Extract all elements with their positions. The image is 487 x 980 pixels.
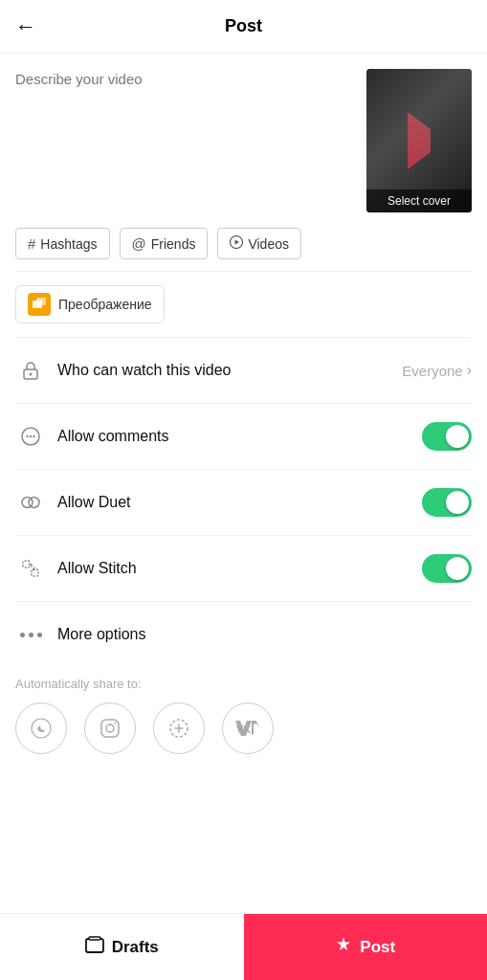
lock-icon: [15, 355, 46, 386]
whatsapp-share-button[interactable]: [15, 702, 67, 754]
allow-duet-toggle[interactable]: [422, 488, 472, 517]
svg-point-8: [30, 435, 32, 437]
header: ← Post: [0, 0, 487, 54]
drafts-button[interactable]: Drafts: [0, 914, 244, 980]
hashtag-icon: #: [28, 235, 35, 252]
toggle-knob-duet: [446, 491, 469, 514]
friends-button[interactable]: @ Friends: [120, 228, 209, 259]
post-button[interactable]: Post: [244, 914, 488, 980]
friends-label: Friends: [151, 236, 196, 252]
who-can-watch-row[interactable]: Who can watch this video Everyone ›: [15, 338, 472, 404]
transform-section: Преображение: [0, 272, 487, 337]
svg-point-16: [106, 724, 114, 732]
svg-rect-20: [86, 939, 103, 952]
svg-point-5: [30, 373, 33, 376]
share-icons-row: VK: [15, 702, 472, 754]
post-label: Post: [360, 938, 395, 957]
svg-point-11: [29, 498, 39, 508]
allow-comments-toggle[interactable]: [422, 422, 472, 451]
back-button[interactable]: ←: [15, 14, 36, 39]
dot-1: [20, 633, 25, 637]
tag-row: # Hashtags @ Friends Videos: [0, 228, 487, 271]
bottom-bar: Drafts Post: [0, 913, 487, 980]
more-options-label: More options: [57, 626, 472, 643]
allow-duet-label: Allow Duet: [57, 494, 422, 511]
svg-point-17: [115, 723, 117, 724]
dot-2: [29, 633, 33, 637]
transform-icon: [28, 293, 51, 316]
vk-share-button[interactable]: VK: [222, 702, 274, 754]
select-cover-button[interactable]: Select cover: [366, 189, 472, 212]
play-icon: [230, 235, 243, 252]
svg-text:VK: VK: [236, 724, 251, 735]
svg-rect-12: [23, 561, 30, 568]
allow-stitch-toggle[interactable]: [422, 554, 472, 583]
svg-point-9: [33, 435, 34, 437]
svg-rect-3: [36, 298, 46, 305]
page-title: Post: [225, 16, 262, 36]
allow-comments-row[interactable]: Allow comments: [15, 404, 472, 470]
share-label: Automatically share to:: [15, 677, 472, 691]
allow-duet-row[interactable]: Allow Duet: [15, 470, 472, 536]
more-options-icon: [15, 619, 46, 650]
toggle-knob: [446, 425, 469, 448]
dot-3: [37, 633, 42, 637]
drafts-icon: [85, 936, 104, 958]
description-area: Select cover: [0, 54, 487, 228]
stitch-icon: [15, 553, 46, 584]
allow-stitch-label: Allow Stitch: [57, 560, 422, 577]
transform-button[interactable]: Преображение: [15, 285, 165, 323]
svg-marker-1: [235, 240, 240, 245]
duet-icon: [15, 487, 46, 518]
hashtags-button[interactable]: # Hashtags: [15, 228, 110, 259]
post-icon: [335, 936, 352, 958]
allow-stitch-row[interactable]: Allow Stitch: [15, 536, 472, 602]
bottom-spacer: [0, 769, 487, 846]
at-icon: @: [132, 235, 146, 252]
svg-point-7: [26, 435, 28, 437]
add-share-button[interactable]: [153, 702, 205, 754]
hashtags-label: Hashtags: [40, 236, 97, 252]
chevron-icon: ›: [467, 362, 472, 379]
toggle-knob-stitch: [446, 557, 469, 580]
svg-rect-15: [101, 720, 119, 737]
videos-button[interactable]: Videos: [217, 228, 301, 259]
transform-label: Преображение: [58, 297, 152, 312]
who-can-watch-label: Who can watch this video: [57, 362, 402, 379]
svg-point-14: [32, 719, 51, 738]
comment-icon: [15, 421, 46, 452]
who-can-watch-value: Everyone: [402, 363, 462, 379]
instagram-share-button[interactable]: [84, 702, 136, 754]
settings-list: Who can watch this video Everyone › Allo…: [0, 338, 487, 667]
svg-rect-21: [89, 937, 100, 940]
allow-comments-label: Allow comments: [57, 428, 422, 445]
video-thumbnail[interactable]: Select cover: [366, 69, 472, 212]
svg-rect-13: [32, 569, 38, 576]
share-section: Automatically share to:: [0, 667, 487, 769]
videos-label: Videos: [248, 236, 289, 252]
drafts-label: Drafts: [112, 938, 159, 957]
description-input[interactable]: [15, 69, 355, 212]
more-options-row[interactable]: More options: [15, 602, 472, 667]
dots-icon: [20, 633, 42, 637]
